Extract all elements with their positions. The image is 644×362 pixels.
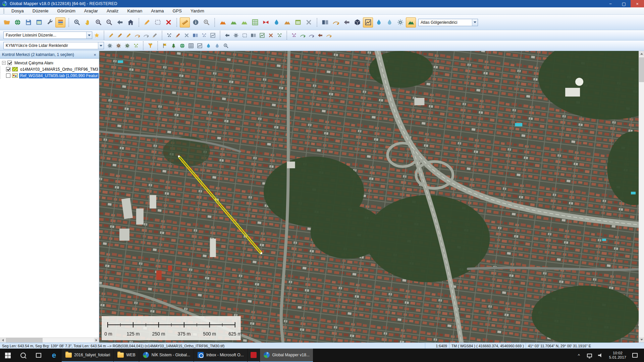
measure-end-handle[interactable] bbox=[261, 252, 262, 254]
map-view[interactable]: 0 m 125 m 250 m 375 m 500 m 625 m bbox=[99, 51, 644, 343]
lidar-dropdown-arrow-icon[interactable] bbox=[98, 42, 104, 49]
lidar-extract-area-icon[interactable] bbox=[132, 42, 140, 50]
close-button[interactable]: × bbox=[631, 0, 644, 7]
watershed-icon[interactable] bbox=[271, 17, 281, 27]
pen-tool-icon[interactable] bbox=[325, 31, 333, 39]
taskbar-item-nik-sistem[interactable]: NİK Sistem - Global... bbox=[139, 349, 194, 362]
ridge-lines-icon[interactable] bbox=[282, 17, 292, 27]
scale-feature-icon[interactable] bbox=[240, 31, 249, 39]
favorites-dropdown-arrow-icon[interactable] bbox=[86, 32, 92, 39]
digitize-arc-icon[interactable] bbox=[142, 31, 150, 39]
measure-icon[interactable] bbox=[180, 17, 190, 27]
flag-tool-icon[interactable] bbox=[161, 42, 169, 50]
terrain-create-icon[interactable] bbox=[228, 17, 238, 27]
lidar-color-funnel-icon[interactable] bbox=[146, 42, 154, 50]
menu-araclar[interactable]: Araçlar bbox=[80, 8, 102, 14]
taskbar-item-web[interactable]: WEB bbox=[114, 349, 139, 362]
tray-chevron-icon[interactable]: ^ bbox=[574, 349, 584, 362]
water-drop-icon[interactable] bbox=[204, 42, 212, 50]
menu-analiz[interactable]: Analiz bbox=[102, 8, 123, 14]
path-profile-icon[interactable] bbox=[363, 17, 373, 27]
menu-gorunum[interactable]: Görünüm bbox=[53, 8, 80, 14]
layer-ref-label[interactable]: Ref_WGS84_UTM35.tab [1,090,990 Featur bbox=[19, 73, 99, 78]
fly-through-icon[interactable] bbox=[341, 17, 352, 27]
contour-create-icon[interactable] bbox=[239, 17, 249, 27]
shader-dropdown-arrow-icon[interactable] bbox=[472, 19, 478, 26]
clear-tool-icon[interactable] bbox=[304, 17, 314, 27]
globe-online-icon[interactable] bbox=[12, 17, 22, 27]
panel-close-icon[interactable]: × bbox=[92, 52, 98, 57]
select-rect-icon[interactable] bbox=[153, 17, 163, 27]
scrollbar-thumb[interactable] bbox=[639, 57, 644, 82]
profile-path-icon[interactable] bbox=[331, 17, 341, 27]
folder-open-icon[interactable] bbox=[2, 17, 12, 27]
digitize-point-icon[interactable] bbox=[107, 31, 115, 39]
save-icon[interactable] bbox=[23, 17, 33, 27]
delete-selected-icon[interactable] bbox=[163, 17, 173, 27]
taskbar-item-outlook[interactable]: Inbox - Microsoft O... bbox=[194, 349, 247, 362]
layer-row-ortho[interactable]: o14MAY03_14MAR15_Ortho_ITRF96_TM3 bbox=[0, 66, 99, 72]
trim-feature-icon[interactable] bbox=[182, 31, 191, 39]
scroll-down-icon[interactable] bbox=[639, 337, 644, 343]
start-button[interactable] bbox=[0, 349, 15, 362]
layer-ortho-label[interactable]: o14MAY03_14MAR15_Ortho_ITRF96_TM3 bbox=[19, 67, 99, 72]
shader-mountain-icon[interactable] bbox=[406, 17, 416, 27]
digitize-line-icon[interactable] bbox=[116, 31, 124, 39]
taskbar-item-global-mapper[interactable]: Global Mapper v18... bbox=[260, 349, 313, 362]
digitizer-pencil-icon[interactable] bbox=[142, 17, 152, 27]
menu-katman[interactable]: Katman bbox=[123, 8, 147, 14]
map-vertical-scrollbar[interactable] bbox=[639, 51, 644, 343]
control-center-icon[interactable] bbox=[55, 17, 65, 27]
menu-duzenle[interactable]: Düzenle bbox=[28, 8, 53, 14]
shader-dropdown[interactable]: Atlas Gölgenlendirici bbox=[418, 19, 478, 26]
lidar-noise-icon[interactable] bbox=[123, 42, 131, 50]
zoom-out-icon[interactable] bbox=[104, 17, 114, 27]
root-checkbox[interactable] bbox=[7, 61, 12, 65]
join-lines-icon[interactable] bbox=[258, 31, 266, 39]
simplify-line-icon[interactable] bbox=[307, 31, 315, 39]
offset-feature-icon[interactable] bbox=[249, 31, 257, 39]
snap-toggle-icon[interactable] bbox=[200, 31, 208, 39]
lidar-qc-icon[interactable] bbox=[374, 17, 384, 27]
tree-tool-icon[interactable] bbox=[169, 42, 177, 50]
view-3d-icon[interactable] bbox=[352, 17, 362, 27]
chart-tool-icon[interactable] bbox=[196, 42, 204, 50]
task-view-button[interactable] bbox=[31, 349, 46, 362]
workspace-label[interactable]: Mevcut Çalışma Alanı bbox=[13, 60, 54, 66]
digitize-area-icon[interactable] bbox=[124, 31, 132, 39]
scroll-up-icon[interactable] bbox=[639, 51, 644, 56]
erase-feature-icon[interactable] bbox=[174, 31, 182, 39]
favorites-dropdown[interactable]: Favoriler Listesini Düzenle... bbox=[3, 32, 92, 39]
home-view-icon[interactable] bbox=[125, 17, 136, 27]
pan-hand-icon[interactable] bbox=[83, 17, 93, 27]
lidar-extract-icon[interactable] bbox=[384, 17, 394, 27]
smooth-line-icon[interactable] bbox=[299, 31, 307, 39]
menu-yardim[interactable]: Yardım bbox=[186, 8, 209, 14]
scroll-right-icon[interactable] bbox=[94, 338, 99, 343]
reverse-line-icon[interactable] bbox=[316, 31, 324, 39]
grid-tool-icon[interactable] bbox=[187, 42, 195, 50]
digitize-text-icon[interactable] bbox=[151, 31, 159, 39]
action-center-icon[interactable] bbox=[630, 349, 640, 362]
feature-info-icon[interactable] bbox=[191, 17, 201, 27]
rotate-feature-icon[interactable] bbox=[232, 31, 240, 39]
layer-ortho-checkbox[interactable] bbox=[6, 67, 10, 71]
minimize-button[interactable]: − bbox=[604, 0, 617, 7]
mag-drop-icon[interactable] bbox=[222, 42, 230, 50]
dual-view-icon[interactable] bbox=[320, 17, 330, 27]
digitize-spline-icon[interactable] bbox=[133, 31, 141, 39]
menu-arama[interactable]: Arama bbox=[147, 8, 168, 14]
scroll-left-icon[interactable] bbox=[0, 338, 5, 343]
line-of-sight-icon[interactable] bbox=[261, 17, 271, 27]
lidar-filter-icon[interactable] bbox=[106, 42, 114, 50]
taskbar-item-red-app[interactable] bbox=[248, 349, 260, 362]
configure-wrench-icon[interactable] bbox=[45, 17, 55, 27]
layer-ref-checkbox[interactable] bbox=[6, 73, 10, 78]
panel-horizontal-scrollbar[interactable] bbox=[0, 338, 99, 343]
layer-row-ref[interactable]: Ref_WGS84_UTM35.tab [1,090,990 Featur bbox=[0, 72, 99, 79]
terrain-grid-icon[interactable] bbox=[250, 17, 260, 27]
edge-button[interactable]: e bbox=[46, 349, 62, 362]
back-view-icon[interactable] bbox=[115, 17, 125, 27]
menu-gps[interactable]: GPS bbox=[168, 8, 186, 14]
lidar-ground-icon[interactable] bbox=[114, 42, 122, 50]
